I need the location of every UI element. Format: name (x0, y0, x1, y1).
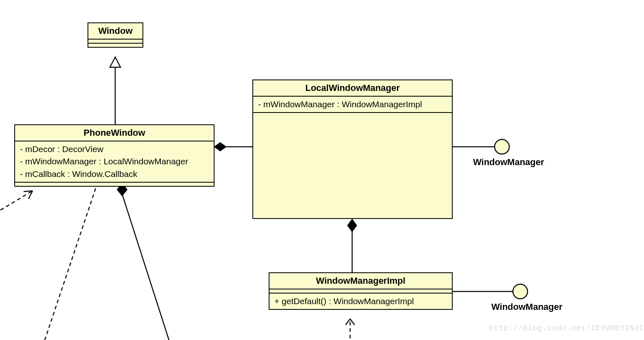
svg-marker-1 (110, 57, 120, 67)
class-windowmanagerimpl-attrs (269, 289, 452, 294)
watermark-text: http://blog.csdn.net/IEYUDEYINJI (489, 324, 644, 333)
class-localwindowmanager-methods (253, 113, 452, 116)
svg-point-5 (495, 139, 509, 154)
class-localwindowmanager-title: LocalWindowManager (253, 80, 452, 97)
class-phonewindow-methods (15, 183, 214, 186)
svg-marker-3 (215, 143, 226, 151)
class-window-methods (88, 44, 142, 47)
attr-row: - mDecor : DecorView (20, 143, 209, 155)
svg-line-15 (0, 191, 33, 220)
attr-row: - mCallback : Window.Callback (20, 168, 209, 180)
svg-line-12 (350, 319, 355, 325)
class-window-attrs (88, 40, 142, 44)
class-windowmanagerimpl-methods: + getDefault() : WindowManagerImpl (269, 294, 452, 309)
class-windowmanagerimpl: WindowManagerImpl + getDefault() : Windo… (269, 272, 453, 310)
attr-row: - mWindowManager : WindowManagerImpl (258, 98, 447, 110)
svg-line-13 (122, 194, 169, 340)
interface-label-windowmanager-1: WindowManager (473, 157, 544, 168)
class-window-title: Window (88, 23, 142, 40)
class-phonewindow: PhoneWindow - mDecor : DecorView - mWind… (14, 124, 215, 187)
svg-marker-7 (348, 219, 357, 232)
interface-label-windowmanager-2: WindowManager (491, 302, 563, 312)
svg-line-11 (346, 319, 350, 325)
class-windowmanagerimpl-title: WindowManagerImpl (269, 273, 452, 289)
svg-line-18 (45, 188, 96, 340)
attr-row: - mWindowManager : LocalWindowManager (20, 155, 209, 168)
method-row: + getDefault() : WindowManagerImpl (274, 295, 447, 307)
class-localwindowmanager-attrs: - mWindowManager : WindowManagerImpl (253, 97, 452, 113)
svg-point-9 (513, 284, 528, 299)
class-phonewindow-title: PhoneWindow (15, 125, 214, 141)
class-localwindowmanager: LocalWindowManager - mWindowManager : Wi… (252, 79, 453, 219)
class-window: Window (88, 22, 143, 48)
class-phonewindow-attrs: - mDecor : DecorView - mWindowManager : … (15, 141, 214, 183)
